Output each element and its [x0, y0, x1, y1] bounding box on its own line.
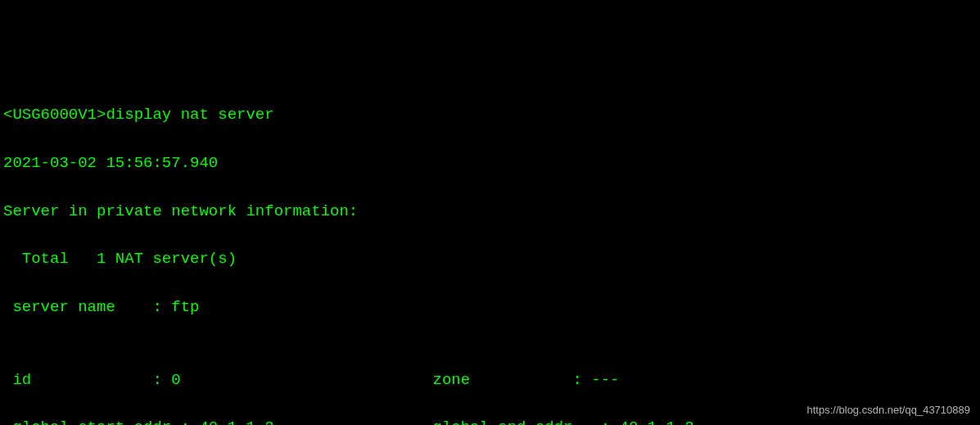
server-name-line: server name : ftp	[3, 296, 977, 319]
command-text: display nat server	[106, 106, 273, 124]
header-line: Server in private network information:	[3, 200, 977, 224]
id-field: id : 0	[3, 368, 432, 392]
zone-field: zone : ---	[432, 368, 619, 392]
row-id-zone: id : 0zone : ---	[3, 368, 977, 392]
global-start-addr: global-start-addr : 40.1.1.2	[3, 416, 432, 425]
timestamp-line: 2021-03-02 15:56:57.940	[3, 151, 977, 175]
prompt: <USG6000V1>	[3, 106, 106, 124]
watermark-text: https://blog.csdn.net/qq_43710889	[807, 402, 971, 418]
global-end-addr: global-end-addr : 40.1.1.2	[432, 416, 693, 425]
total-line: Total 1 NAT server(s)	[3, 247, 977, 271]
cmd-line-1: <USG6000V1>display nat server	[3, 103, 977, 127]
